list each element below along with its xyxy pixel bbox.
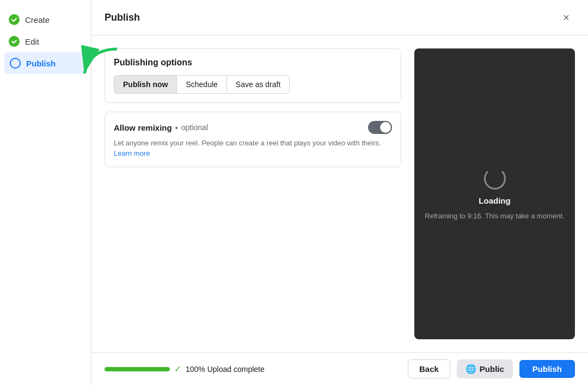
tab-publish-now[interactable]: Publish now [114, 75, 177, 94]
bottom-bar: ✓ 100% Upload complete Back 🌐 Public Pub… [91, 352, 588, 385]
sidebar-item-edit[interactable]: Edit [0, 30, 91, 52]
modal-area: Publish × Publishing options Publish now… [91, 0, 588, 385]
sidebar-item-edit-label: Edit [25, 37, 39, 46]
check-icon-edit [9, 36, 20, 47]
upload-check-icon: ✓ [174, 364, 181, 374]
main-content: Publish × Publishing options Publish now… [91, 0, 588, 385]
left-panel: Publishing options Publish now Schedule … [105, 48, 401, 339]
toggle-thumb [380, 122, 391, 133]
tab-save-as-draft[interactable]: Save as draft [227, 75, 290, 94]
close-button[interactable]: × [558, 9, 575, 26]
remix-title-row: Allow remixing • optional [114, 123, 208, 132]
circle-icon-publish [10, 58, 21, 69]
modal-body: Publishing options Publish now Schedule … [91, 35, 588, 352]
remix-card: Allow remixing • optional Let anyone rem… [105, 112, 401, 167]
loading-spinner [484, 168, 506, 190]
sidebar-item-publish-label: Publish [26, 59, 56, 68]
loading-title: Loading [479, 196, 510, 205]
tab-schedule[interactable]: Schedule [177, 75, 226, 94]
upload-status: ✓ 100% Upload complete [105, 364, 265, 374]
publishing-options-title: Publishing options [114, 58, 392, 68]
upload-label: 100% Upload complete [186, 365, 265, 374]
public-button[interactable]: 🌐 Public [457, 359, 513, 378]
remix-optional: optional [181, 123, 208, 132]
publish-button[interactable]: Publish [519, 360, 575, 378]
video-preview-panel: Loading Reframing to 9:16. This may take… [414, 48, 575, 339]
sidebar: Create Edit Publish [0, 0, 91, 385]
modal-header: Publish × [91, 0, 588, 35]
remix-header: Allow remixing • optional [114, 121, 392, 134]
progress-bar-wrap [105, 367, 170, 371]
back-button[interactable]: Back [408, 359, 450, 378]
remix-title: Allow remixing [114, 123, 172, 132]
loading-subtitle: Reframing to 9:16. This may take a momen… [425, 212, 564, 220]
sidebar-item-create-label: Create [25, 15, 50, 25]
sidebar-item-create[interactable]: Create [0, 9, 91, 30]
check-icon-create [9, 14, 20, 25]
globe-icon: 🌐 [465, 364, 476, 374]
remix-dot: • [175, 123, 178, 132]
sidebar-item-publish[interactable]: Publish [4, 52, 87, 74]
progress-bar-fill [105, 367, 170, 371]
publishing-options-card: Publishing options Publish now Schedule … [105, 48, 401, 103]
remix-toggle[interactable] [368, 121, 392, 134]
modal-title: Publish [105, 12, 140, 23]
remix-description: Let anyone remix your reel. People can c… [114, 138, 392, 148]
learn-more-link[interactable]: Learn more [114, 149, 150, 157]
bottom-actions: Back 🌐 Public Publish [408, 359, 575, 378]
public-label: Public [480, 364, 504, 374]
publish-tab-group: Publish now Schedule Save as draft [114, 75, 392, 94]
